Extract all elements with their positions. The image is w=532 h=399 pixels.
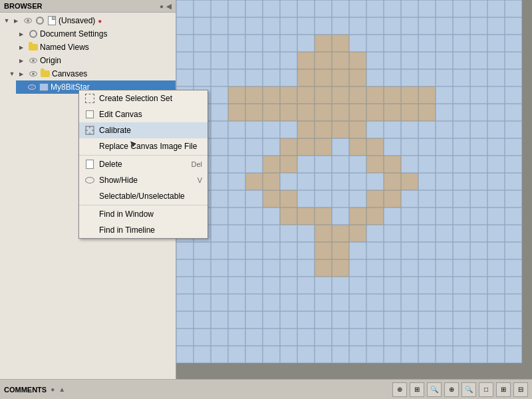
tree-arrow-views: ▶ [8, 43, 16, 51]
find-timeline-icon [84, 225, 95, 235]
comments-title: COMMENTS [4, 386, 47, 394]
selectable-icon [84, 191, 95, 201]
menu-item-find-timeline[interactable]: Find in Timeline [79, 222, 207, 238]
bottom-panel: COMMENTS ● ▲ ⊕ ⊞ 🔍 ⊕ 🔍 □ ⊞ ⊟ [0, 379, 532, 399]
eye-icon-canvases [28, 68, 39, 79]
tree-arrow-doc: ▶ [8, 30, 16, 38]
gear-icon-doc [28, 29, 39, 39]
browser-pin-icon[interactable]: ◀ [166, 3, 172, 10]
folder-icon-canvases [40, 68, 51, 79]
toolbar-btn-4[interactable]: ⊕ [444, 382, 459, 397]
menu-item-edit-canvas[interactable]: Edit Canvas [79, 106, 207, 122]
menu-label-create-selection-set: Create Selection Set [99, 94, 172, 103]
play-icon-doc: ▶ [16, 29, 27, 39]
gear-icon-unsaved [35, 15, 45, 26]
select-icon [84, 93, 95, 104]
toolbar-btn-5[interactable]: 🔍 [462, 382, 476, 397]
comments-close-icon[interactable]: ● [51, 386, 55, 393]
menu-label-delete: Delete [99, 160, 122, 169]
separator-2 [79, 205, 207, 205]
toolbar-btn-2[interactable]: ⊞ [410, 382, 424, 397]
bottom-left: COMMENTS ● ▲ [4, 386, 65, 394]
menu-label-find-timeline: Find in Timeline [99, 225, 155, 235]
tree-arrow-unsaved: ▼ [3, 17, 11, 25]
separator-1 [79, 155, 207, 156]
menu-item-replace-canvas-image[interactable]: Replace Canvas Image File [79, 138, 207, 154]
eye-icon-origin [28, 55, 39, 66]
folder-icon-views [28, 42, 39, 53]
pixel-canvas [176, 0, 532, 379]
play-icon-origin: ▶ [16, 55, 27, 66]
canvas-icon-my8bitstar [39, 82, 49, 92]
menu-item-selectable[interactable]: Selectable/Unselectable [79, 188, 207, 204]
tree-label-origin: Origin [40, 56, 61, 65]
tree-label-canvases: Canvases [52, 69, 87, 78]
eye-icon-menu [84, 175, 95, 186]
tree-arrow-origin: ▶ [8, 57, 16, 65]
toolbar-btn-7[interactable]: ⊞ [496, 382, 511, 397]
toolbar-btn-6[interactable]: □ [479, 382, 493, 397]
toolbar-buttons: ⊕ ⊞ 🔍 ⊕ 🔍 □ ⊞ ⊟ [392, 382, 528, 397]
browser-close-icon[interactable]: ● [160, 3, 164, 10]
delete-shortcut: Del [191, 160, 202, 168]
tree-item-canvases[interactable]: ▼ ▶ Canvases [5, 67, 176, 80]
replace-icon [84, 141, 95, 152]
app-window: BROWSER ● ◀ ▼ ▶ [0, 0, 532, 399]
menu-label-edit-canvas: Edit Canvas [99, 110, 142, 119]
toolbar-btn-8[interactable]: ⊟ [513, 382, 528, 397]
tree-arrow-canvases: ▼ [8, 70, 16, 78]
canvas-panel[interactable] [176, 0, 532, 379]
menu-item-find-window[interactable]: Find in Window [79, 206, 207, 222]
toolbar-btn-1[interactable]: ⊕ [392, 382, 407, 397]
context-menu: Create Selection Set Edit Canvas [78, 90, 208, 239]
tree-item-origin[interactable]: ▶ ▶ Origin [5, 54, 176, 67]
browser-title: BROWSER [4, 2, 42, 10]
toolbar-btn-3[interactable]: 🔍 [427, 382, 442, 397]
comments-pin-icon[interactable]: ▲ [59, 386, 65, 393]
menu-item-show-hide[interactable]: Show/Hide V [79, 172, 207, 188]
play-icon-views: ▶ [16, 42, 27, 53]
folder-icon-unsaved [47, 15, 57, 26]
tree-label-named-views: Named Views [40, 43, 89, 52]
menu-label-show-hide: Show/Hide [99, 176, 138, 185]
tree-item-doc-settings[interactable]: ▶ ▶ Document Settings [5, 27, 176, 41]
play-icon-canvases: ▶ [16, 68, 27, 79]
play-icon-unsaved: ▶ [11, 15, 21, 26]
tree-item-unsaved[interactable]: ▼ ▶ (Unsaved) ● [0, 14, 176, 27]
tree-label-unsaved: (Unsaved) [59, 16, 95, 25]
menu-item-calibrate[interactable]: Calibrate [79, 122, 207, 138]
menu-label-find-window: Find in Window [99, 209, 154, 219]
browser-header: BROWSER ● ◀ [0, 0, 176, 13]
record-icon: ● [98, 17, 102, 25]
menu-item-delete[interactable]: Delete Del [79, 156, 207, 172]
edit-icon [84, 109, 95, 120]
show-hide-shortcut: V [198, 176, 202, 184]
eye-icon-unsaved [23, 15, 33, 26]
delete-icon [84, 159, 95, 170]
eye-icon-my8bitstar [27, 82, 37, 92]
menu-item-create-selection-set[interactable]: Create Selection Set [79, 90, 207, 106]
browser-header-icons: ● ◀ [160, 3, 172, 10]
find-window-icon [84, 209, 95, 219]
tree-arrow-my8bitstar: ▶ [19, 83, 27, 91]
menu-label-replace-canvas-image: Replace Canvas Image File [99, 142, 197, 151]
menu-label-calibrate: Calibrate [99, 126, 131, 135]
tree-item-named-views[interactable]: ▶ ▶ Named Views [5, 41, 176, 54]
calibrate-icon [84, 125, 95, 136]
menu-label-selectable: Selectable/Unselectable [99, 192, 185, 201]
content-area: BROWSER ● ◀ ▼ ▶ [0, 0, 532, 379]
tree-label-doc-settings: Document Settings [40, 29, 107, 39]
browser-panel: BROWSER ● ◀ ▼ ▶ [0, 0, 176, 379]
